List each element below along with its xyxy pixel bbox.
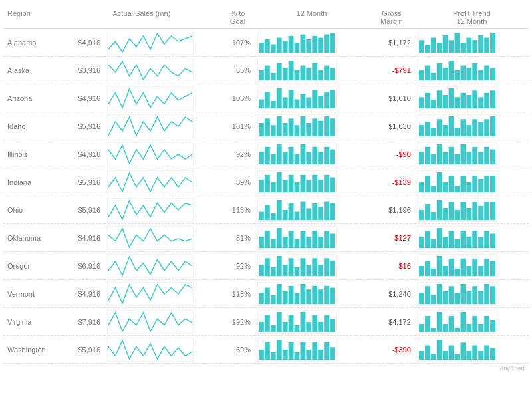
svg-rect-307 [425,316,430,332]
bar-chart-12month-cell [255,57,368,84]
svg-rect-202 [490,202,495,220]
profit-trend-cell [415,168,529,196]
table-row: Vermont $4,916 118% $1,240 [3,280,529,308]
bar-chart-12month-cell [255,336,368,364]
svg-rect-159 [330,177,335,192]
line-chart-cell [104,252,221,280]
svg-rect-230 [484,231,489,248]
svg-rect-161 [419,182,424,192]
svg-rect-21 [448,40,454,53]
svg-rect-23 [460,43,466,53]
svg-rect-278 [425,286,430,304]
svg-rect-270 [300,284,305,304]
svg-rect-19 [437,43,442,53]
svg-rect-344 [472,345,477,359]
svg-rect-52 [460,65,466,80]
svg-rect-251 [437,256,442,276]
svg-rect-226 [460,231,466,248]
svg-rect-157 [318,180,323,192]
svg-rect-335 [419,351,424,360]
svg-rect-85 [484,92,489,108]
bar-chart-12month-cell [255,308,368,336]
bar-chart-12month-cell [255,84,368,112]
svg-rect-153 [294,182,299,192]
svg-rect-285 [466,291,471,304]
svg-rect-122 [283,152,288,164]
actual-sales: $4,916 [63,224,104,252]
svg-rect-150 [277,172,282,192]
svg-rect-287 [478,291,483,304]
svg-rect-95 [294,125,299,136]
svg-rect-90 [265,118,270,136]
watermark: AnyChart [3,364,529,373]
svg-rect-265 [271,295,276,304]
svg-rect-168 [460,176,466,192]
svg-rect-169 [466,182,471,192]
bar-chart-12month-cell [255,140,368,168]
svg-rect-2 [259,43,264,53]
actual-sales: $5,916 [63,168,104,196]
svg-rect-55 [478,70,483,80]
col-12month: 12 Month [255,7,368,29]
region-name: Idaho [3,112,63,140]
bar-chart-12month-cell [255,168,368,196]
pct-goal: 69% [221,336,255,364]
svg-rect-234 [259,265,264,276]
profit-trend-cell [415,252,529,280]
profit-trend-cell [415,57,529,84]
svg-rect-221 [431,239,436,248]
table-row: Idaho $5,916 101% $1,030 [3,112,529,140]
pct-goal: 81% [221,224,255,252]
svg-rect-56 [484,65,489,80]
svg-rect-155 [306,180,311,192]
svg-rect-236 [271,267,276,275]
profit-trend-cell [415,308,529,336]
svg-rect-8 [294,43,299,53]
region-name: Oregon [3,252,63,280]
svg-rect-97 [306,123,311,136]
svg-rect-80 [454,97,460,108]
region-name: Washington [3,336,63,364]
svg-rect-190 [419,210,424,220]
svg-rect-33 [271,72,276,80]
svg-rect-149 [271,182,276,192]
main-container: Region Actual Sales (mn) % to Goal 12 Mo… [0,0,532,392]
svg-rect-103 [419,124,424,136]
svg-rect-279 [431,295,436,303]
table-row: Alabama $4,916 107% $1,172 [3,29,529,57]
svg-rect-92 [277,116,282,136]
svg-rect-313 [460,312,466,332]
svg-rect-68 [306,97,311,108]
svg-rect-347 [490,348,495,359]
svg-rect-171 [478,179,483,192]
svg-rect-184 [306,208,311,220]
svg-rect-209 [283,236,288,247]
svg-rect-264 [265,287,270,304]
svg-rect-36 [289,61,294,80]
gross-margin: $4,172 [368,308,415,336]
svg-rect-275 [330,287,335,304]
svg-rect-84 [478,97,483,108]
svg-rect-337 [431,354,436,360]
svg-rect-79 [448,88,454,108]
svg-rect-147 [259,180,264,192]
svg-rect-152 [289,174,294,192]
svg-rect-283 [454,293,460,304]
svg-rect-74 [419,97,424,108]
svg-rect-148 [265,174,270,192]
svg-rect-10 [306,39,311,53]
svg-rect-71 [324,92,329,108]
svg-rect-324 [277,340,282,360]
col-region: Region [3,7,63,29]
svg-rect-173 [490,176,495,192]
line-chart-cell [104,224,221,252]
svg-rect-340 [448,345,454,359]
gross-margin: -$16 [368,252,415,280]
svg-rect-144 [490,149,495,164]
svg-rect-28 [490,33,495,53]
svg-rect-93 [283,123,288,136]
svg-rect-49 [442,68,448,80]
svg-rect-120 [271,154,276,164]
region-name: Vermont [3,280,63,308]
svg-rect-327 [294,352,299,359]
